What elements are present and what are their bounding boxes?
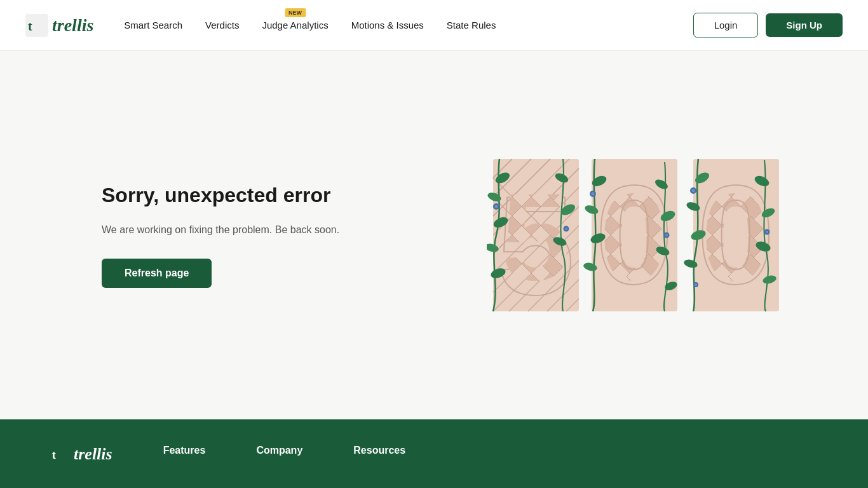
footer-logo: t trellis: [51, 445, 112, 464]
header: t trellis Smart Search Verdicts NEW Judg…: [0, 0, 868, 51]
svg-point-49: [665, 234, 668, 236]
svg-text:t: t: [52, 449, 57, 461]
logo[interactable]: t trellis: [25, 14, 93, 37]
footer-resources: Resources: [353, 445, 405, 461]
five-hundred-svg: 5 5 5: [487, 146, 792, 324]
svg-text:t: t: [28, 19, 32, 33]
svg-point-65: [766, 231, 768, 233]
svg-point-33: [495, 205, 498, 208]
header-actions: Login Sign Up: [693, 13, 843, 37]
logo-text: trellis: [52, 15, 93, 36]
refresh-button[interactable]: Refresh page: [102, 259, 212, 288]
error-title: Sorry, unexpected error: [102, 182, 339, 209]
error-description: We are working on fixing the problem. Be…: [102, 222, 339, 238]
login-button[interactable]: Login: [693, 13, 759, 37]
footer-features-heading: Features: [163, 445, 206, 456]
error-illustration: 5 5 5: [487, 146, 792, 324]
svg-point-35: [565, 227, 567, 230]
footer-company-heading: Company: [256, 445, 302, 456]
main-nav: Smart Search Verdicts NEW Judge Analytic…: [124, 20, 693, 30]
signup-button[interactable]: Sign Up: [766, 13, 843, 37]
footer-resources-heading: Resources: [353, 445, 405, 456]
svg-point-47: [592, 193, 595, 196]
footer-features: Features: [163, 445, 206, 461]
footer-company: Company: [256, 445, 302, 461]
nav-motions-issues[interactable]: Motions & Issues: [351, 20, 424, 30]
footer-logo-icon: t: [51, 445, 70, 464]
nav-verdicts[interactable]: Verdicts: [205, 20, 239, 30]
svg-point-67: [695, 283, 697, 286]
footer-logo-text: trellis: [74, 445, 112, 464]
nav-judge-analytics[interactable]: NEW Judge Analytics: [262, 20, 328, 30]
svg-point-63: [692, 189, 695, 193]
main-content: Sorry, unexpected error We are working o…: [0, 51, 868, 419]
logo-icon: t: [25, 14, 48, 37]
nav-state-rules[interactable]: State Rules: [447, 20, 496, 30]
error-content: Sorry, unexpected error We are working o…: [102, 182, 339, 287]
footer: t trellis Features Company Resources: [0, 419, 868, 488]
nav-smart-search[interactable]: Smart Search: [124, 20, 182, 30]
new-badge: NEW: [285, 8, 306, 17]
